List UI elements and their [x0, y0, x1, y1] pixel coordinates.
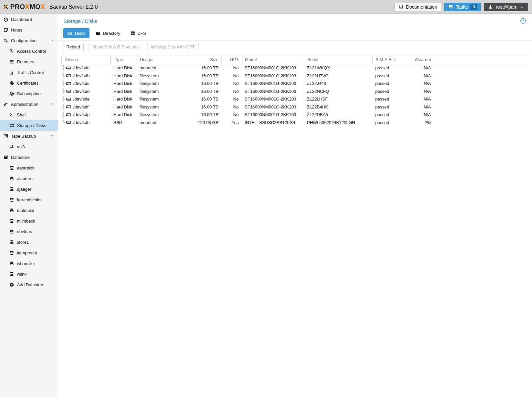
sidebar-item-subscription[interactable]: Subscription [0, 88, 58, 99]
toolbar-button-label: Initialize Disk with GPT [151, 44, 195, 49]
hdd-icon [66, 112, 71, 117]
tab-directory[interactable]: Directory [91, 28, 124, 38]
column-header-gpt[interactable]: GPT [221, 55, 242, 64]
usage-cell: mounted [137, 65, 188, 70]
sidebar-item-aantreich[interactable]: aantreich [0, 163, 58, 173]
column-header-s-m-a-r-t[interactable]: S.M.A.R.T. [372, 55, 406, 64]
toolbar-button-reload[interactable]: Reload [63, 43, 84, 51]
sidebar-item-traffic-control[interactable]: Traffic Control [0, 67, 58, 78]
type-cell: Hard Disk [110, 73, 137, 78]
user-menu-button[interactable]: root@pam [484, 3, 528, 11]
tab-zfs[interactable]: ZFS [126, 28, 150, 38]
usage-cell: filesystem [137, 97, 188, 101]
tree-elbow [62, 65, 65, 71]
remotes-icon [9, 59, 15, 64]
sidebar-item-wlink[interactable]: wlink [0, 269, 58, 279]
sidebar-item-access-control[interactable]: Access Control [0, 46, 58, 56]
chevron-down-icon [520, 5, 524, 9]
disk-row-dev-sdc[interactable]: /dev/sdc Hard Disk filesystem 16.00 TB N… [61, 80, 529, 88]
tab-label: ZFS [138, 31, 146, 36]
column-header-usage[interactable]: Usage [137, 55, 188, 64]
hdd-icon [9, 123, 15, 128]
disk-row-dev-sde[interactable]: /dev/sde Hard Disk filesystem 16.00 TB N… [61, 95, 529, 103]
database-icon [9, 261, 15, 266]
model-cell: ST16000NM001G-2KK103 [242, 89, 304, 94]
sidebar-item-storage-disks[interactable]: Storage / Disks [0, 120, 58, 131]
size-cell: 16.00 TB [188, 81, 221, 86]
column-header-filler[interactable] [434, 55, 529, 64]
help-icon[interactable]: ? [520, 18, 526, 24]
serial-cell: ZL22NCFQ [304, 89, 372, 94]
hdd-icon [66, 89, 71, 94]
disk-row-dev-sdh[interactable]: /dev/sdh SSD mounted 120.03 GB Yes INTEL… [61, 119, 529, 127]
sidebar-item-malmalat[interactable]: malmalat [0, 205, 58, 216]
sidebar-item-store1[interactable]: store1 [0, 237, 58, 247]
column-header-size[interactable]: Size [188, 55, 221, 64]
sidebar-item-add-datastore[interactable]: Add Datastore [0, 279, 58, 290]
sidebar-item-obektas[interactable]: obektas [0, 226, 58, 237]
sidebar-item-datastore[interactable]: Datastore [0, 152, 58, 163]
wearout-cell: N/A [406, 89, 434, 94]
column-header-label: Wearout [415, 57, 431, 62]
disk-row-dev-sdf[interactable]: /dev/sdf Hard Disk filesystem 16.00 TB N… [61, 103, 529, 111]
usage-cell: mounted [137, 120, 188, 125]
sidebar-item-administration[interactable]: Administration [0, 99, 58, 109]
gpt-cell: No [221, 104, 242, 109]
size-cell: 120.03 GB [188, 120, 221, 125]
toolbar-button-initialize-disk-with-gpt[interactable]: Initialize Disk with GPT [147, 43, 199, 51]
column-header-model[interactable]: Model [242, 55, 304, 64]
hdd-icon [66, 65, 71, 71]
main-panel: Storage / Disks ? Disks Directory ZFS [58, 14, 532, 398]
smart-cell: passed [372, 89, 406, 94]
sidebar-item-fgruenbichler[interactable]: fgruenbichler [0, 194, 58, 205]
database-icon [9, 272, 15, 277]
sidebar-item-dashboard[interactable]: Dashboard [0, 14, 58, 25]
database-icon [9, 250, 15, 255]
sidebar-item-alauterer[interactable]: alauterer [0, 173, 58, 184]
column-header-serial[interactable]: Serial [304, 55, 372, 64]
sidebar-item-configuration[interactable]: Configuration [0, 35, 58, 46]
gpt-cell: No [221, 89, 242, 94]
toolbar: Reload Show S.M.A.R.T. values Initialize… [61, 40, 529, 54]
sidebar-nav: Dashboard Notes Configuration Access Con… [0, 14, 58, 398]
column-header-label: Device [65, 57, 78, 62]
size-cell: 16.00 TB [188, 104, 221, 109]
brand-text-x: X [40, 3, 45, 11]
smart-cell: passed [372, 97, 406, 101]
sidebar-item-djaeger[interactable]: djaeger [0, 184, 58, 194]
disk-row-dev-sdg[interactable]: /dev/sdg Hard Disk filesystem 16.00 TB N… [61, 111, 529, 119]
sidebar-item-qsl3[interactable]: qsl3 [0, 141, 58, 152]
column-header-label: Serial [307, 57, 318, 62]
database-icon [9, 229, 15, 234]
tape-icon [3, 134, 9, 139]
sidebar-item-tlamprecht[interactable]: tlamprecht [0, 247, 58, 258]
proxmox-logo: PROXMOX [3, 3, 45, 11]
sidebar-item-tape-backup[interactable]: Tape Backup [0, 131, 58, 141]
sidebar-item-notes[interactable]: Notes [0, 25, 58, 35]
table-body: /dev/sda Hard Disk mounted 16.00 TB No S… [61, 64, 529, 126]
column-header-type[interactable]: Type [110, 55, 137, 64]
key-icon [9, 49, 15, 54]
sidebar-item-certificates[interactable]: Certificates [0, 78, 58, 88]
sidebar-item-shell[interactable]: Shell [0, 109, 58, 120]
column-header-device[interactable]: Device [61, 55, 110, 64]
disk-row-dev-sdb[interactable]: /dev/sdb Hard Disk filesystem 16.00 TB N… [61, 72, 529, 80]
sidebar-item-mlimbeck[interactable]: mlimbeck [0, 216, 58, 226]
toolbar-button-label: Show S.M.A.R.T. values [92, 44, 138, 49]
sidebar-item-remotes[interactable]: Remotes [0, 56, 58, 67]
tab-disks[interactable]: Disks [63, 28, 89, 38]
documentation-button[interactable]: Documentation [394, 3, 441, 11]
caret-down-icon [50, 134, 54, 138]
toolbar-button-show-s-m-a-r-t-values[interactable]: Show S.M.A.R.T. values [89, 43, 142, 51]
top-bar: PROXMOX Backup Server 2.2-0 Documentatio… [0, 0, 532, 14]
wearout-cell: N/A [406, 97, 434, 101]
model-cell: ST16000NM001G-2KK103 [242, 112, 304, 117]
tasks-button[interactable]: Tasks 0 [444, 3, 481, 11]
brand-text: PRO [10, 3, 25, 11]
serial-cell: ZL22DBA5 [304, 112, 372, 117]
column-header-wearout[interactable]: Wearout [406, 55, 434, 64]
disk-row-dev-sda[interactable]: /dev/sda Hard Disk mounted 16.00 TB No S… [61, 64, 529, 72]
disk-row-dev-sdd[interactable]: /dev/sdd Hard Disk filesystem 16.00 TB N… [61, 88, 529, 96]
device-cell: /dev/sdg [73, 112, 89, 117]
sidebar-item-wbumiller[interactable]: wbumiller [0, 258, 58, 269]
